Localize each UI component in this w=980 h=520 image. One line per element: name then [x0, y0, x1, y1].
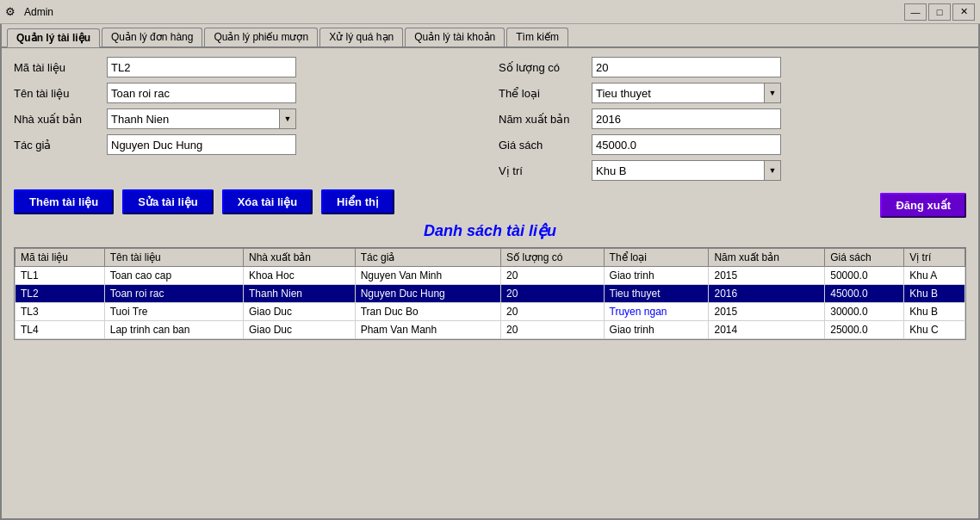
- xoa-tai-lieu-button[interactable]: Xóa tài liệu: [222, 189, 313, 214]
- col-header-ma: Mã tài liệu: [16, 249, 105, 267]
- dang-xuat-button[interactable]: Đăng xuất: [880, 193, 966, 218]
- sua-tai-lieu-button[interactable]: Sửa tài liệu: [122, 189, 213, 214]
- table-cell: 30000.0: [825, 303, 904, 321]
- tab-xu-ly-qua-han[interactable]: Xử lý quá hạn: [319, 28, 403, 46]
- maximize-button[interactable]: □: [928, 3, 951, 21]
- app-icon: ⚙: [5, 5, 19, 19]
- label-nam-xuat-ban: Năm xuất bản: [499, 113, 585, 126]
- table-cell: Nguyen Van Minh: [355, 267, 500, 285]
- input-so-luong-co[interactable]: [592, 57, 781, 77]
- select-nha-xuat-ban[interactable]: Thanh Nien Khoa Hoc Giao Duc: [107, 108, 296, 129]
- col-header-vitri: Vị trí: [904, 249, 965, 267]
- label-ma-tai-lieu: Mã tài liệu: [14, 61, 100, 74]
- form-right: Số lượng có Thể loại Tieu thuyet Giao tr…: [499, 57, 966, 181]
- table-cell: TL2: [16, 285, 105, 303]
- row-ten-tai-lieu: Tên tài liệu: [14, 83, 481, 103]
- table-cell: 50000.0: [825, 267, 904, 285]
- row-ma-tai-lieu: Mã tài liệu: [14, 57, 481, 77]
- row-vi-tri: Vị trí Khu B Khu A Khu C ▼: [499, 160, 966, 181]
- row-gia-sach: Giá sách: [499, 134, 966, 155]
- table-cell: 20: [501, 267, 605, 285]
- row-nha-xuat-ban: Nhà xuất bản Thanh Nien Khoa Hoc Giao Du…: [14, 108, 481, 129]
- row-nam-xuat-ban: Năm xuất bản: [499, 108, 966, 129]
- input-ma-tai-lieu[interactable]: [107, 57, 296, 77]
- table-body: TL1Toan cao capKhoa HocNguyen Van Minh20…: [16, 267, 965, 339]
- tab-bar: Quản lý tài liệu Quản lý đơn hàng Quản l…: [2, 24, 978, 46]
- table-cell: 45000.0: [825, 285, 904, 303]
- label-nha-xuat-ban: Nhà xuất bản: [14, 113, 100, 126]
- table-cell: 2014: [709, 321, 825, 339]
- table-header-row: Mã tài liệu Tên tài liệu Nhà xuất bản Tá…: [16, 249, 965, 267]
- table-cell: Nguyen Duc Hung: [355, 285, 500, 303]
- table-cell: Tuoi Tre: [104, 303, 243, 321]
- table-cell: 2016: [709, 285, 825, 303]
- label-gia-sach: Giá sách: [499, 139, 585, 152]
- table-row[interactable]: TL3Tuoi TreGiao DucTran Duc Bo20Truyen n…: [16, 303, 965, 321]
- input-ten-tai-lieu[interactable]: [107, 83, 296, 103]
- table-cell: Giao Duc: [244, 303, 356, 321]
- title-bar-buttons: — □ ✕: [904, 3, 975, 21]
- tab-quan-ly-phieu-muon[interactable]: Quản lý phiếu mượn: [204, 28, 318, 46]
- title-bar: ⚙ Admin — □ ✕: [0, 0, 980, 24]
- label-vi-tri: Vị trí: [499, 164, 585, 177]
- tai-lieu-table: Mã tài liệu Tên tài liệu Nhà xuất bản Tá…: [15, 248, 965, 339]
- label-the-loai: Thể loại: [499, 87, 585, 100]
- tab-quan-ly-don-hang[interactable]: Quản lý đơn hàng: [102, 28, 202, 46]
- table-cell: Pham Van Manh: [355, 321, 500, 339]
- label-ten-tai-lieu: Tên tài liệu: [14, 87, 100, 100]
- col-header-theloai: Thể loại: [604, 249, 709, 267]
- table-cell: 25000.0: [825, 321, 904, 339]
- col-header-tacgia: Tác giả: [355, 249, 500, 267]
- table-cell: Giao Duc: [244, 321, 356, 339]
- tab-quan-ly-tai-khoan[interactable]: Quản lý tài khoản: [405, 28, 505, 46]
- row-tac-gia: Tác giả: [14, 134, 481, 155]
- table-cell: Khu B: [904, 303, 965, 321]
- table-cell: Khoa Hoc: [244, 267, 356, 285]
- table-cell: Lap trinh can ban: [104, 321, 243, 339]
- table-cell: TL3: [16, 303, 105, 321]
- row-so-luong-co: Số lượng có: [499, 57, 966, 77]
- input-gia-sach[interactable]: [592, 134, 781, 155]
- col-header-nxb: Nhà xuất bản: [244, 249, 356, 267]
- form-grid: Mã tài liệu Tên tài liệu Nhà xuất bản Th…: [14, 57, 966, 181]
- close-button[interactable]: ✕: [952, 3, 975, 21]
- them-tai-lieu-button[interactable]: Thêm tài liệu: [14, 189, 114, 214]
- form-left: Mã tài liệu Tên tài liệu Nhà xuất bản Th…: [14, 57, 481, 181]
- minimize-button[interactable]: —: [904, 3, 927, 21]
- table-cell: TL1: [16, 267, 105, 285]
- table-cell: 20: [501, 303, 605, 321]
- input-tac-gia[interactable]: [107, 134, 296, 155]
- row-the-loai: Thể loại Tieu thuyet Giao trinh Truyen n…: [499, 83, 966, 103]
- tab-quan-ly-tai-lieu[interactable]: Quản lý tài liệu: [7, 28, 100, 47]
- app-title: Admin: [24, 6, 904, 18]
- table-cell: 2015: [709, 303, 825, 321]
- table-cell: 2015: [709, 267, 825, 285]
- table-row[interactable]: TL1Toan cao capKhoa HocNguyen Van Minh20…: [16, 267, 965, 285]
- main-window: Quản lý tài liệu Quản lý đơn hàng Quản l…: [0, 24, 980, 520]
- select-vi-tri[interactable]: Khu B Khu A Khu C: [592, 160, 781, 181]
- col-header-ten: Tên tài liệu: [104, 249, 243, 267]
- input-nam-xuat-ban[interactable]: [592, 108, 781, 129]
- table-cell: Tran Duc Bo: [355, 303, 500, 321]
- table-row[interactable]: TL2Toan roi racThanh NienNguyen Duc Hung…: [16, 285, 965, 303]
- table-cell: Giao trinh: [604, 321, 709, 339]
- label-so-luong-co: Số lượng có: [499, 61, 585, 74]
- table-row[interactable]: TL4Lap trinh can banGiao DucPham Van Man…: [16, 321, 965, 339]
- table-cell: Tieu thuyet: [604, 285, 709, 303]
- table-cell: 20: [501, 321, 605, 339]
- select-the-loai[interactable]: Tieu thuyet Giao trinh Truyen ngan: [592, 83, 781, 103]
- table-cell: Toan roi rac: [104, 285, 243, 303]
- table-cell: Giao trinh: [604, 267, 709, 285]
- content-area: Mã tài liệu Tên tài liệu Nhà xuất bản Th…: [2, 48, 978, 349]
- hien-thi-button[interactable]: Hiển thị: [321, 189, 394, 214]
- table-cell: Khu A: [904, 267, 965, 285]
- section-title: Danh sách tài liệu: [14, 221, 966, 240]
- col-header-soluong: Số lượng có: [501, 249, 605, 267]
- col-header-namxb: Năm xuất bản: [709, 249, 825, 267]
- table-cell: Toan cao cap: [104, 267, 243, 285]
- tai-lieu-table-wrapper: Mã tài liệu Tên tài liệu Nhà xuất bản Tá…: [14, 247, 966, 340]
- tab-tim-kiem[interactable]: Tìm kiếm: [506, 28, 568, 46]
- table-cell: 20: [501, 285, 605, 303]
- table-cell: Khu B: [904, 285, 965, 303]
- action-buttons: Thêm tài liệu Sửa tài liệu Xóa tài liệu …: [14, 189, 394, 214]
